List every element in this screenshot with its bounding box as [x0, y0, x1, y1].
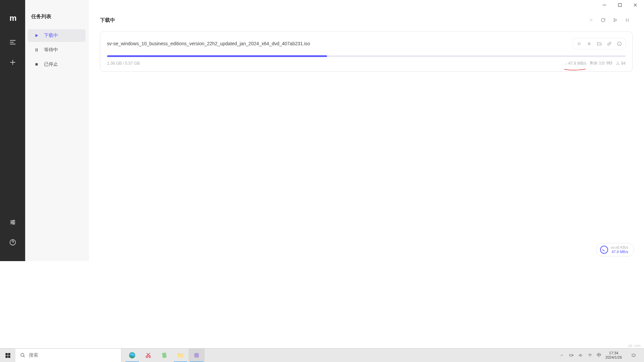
sidebar-item-stopped[interactable]: 已停止 — [28, 58, 86, 71]
tray-battery-icon[interactable] — [569, 353, 574, 358]
tray-chevron-up-icon[interactable] — [559, 353, 565, 358]
icon-sidebar: m — [0, 0, 25, 261]
tray-time: 17:34 — [609, 351, 619, 355]
svg-point-16 — [146, 356, 148, 358]
menu-toggle-icon[interactable] — [6, 36, 19, 49]
category-sidebar: 任务列表 下载中 等待中 已停止 — [25, 0, 89, 261]
app-window: m 任务列表 下载中 等待中 — [0, 0, 644, 261]
svg-point-1 — [11, 222, 12, 223]
max-label: MAX — [611, 246, 618, 249]
svg-rect-22 — [573, 355, 573, 356]
sidebar-title: 任务列表 — [25, 13, 88, 29]
taskbar-app-edge[interactable] — [124, 349, 140, 362]
open-folder-button[interactable] — [594, 39, 604, 48]
sidebar-item-downloading[interactable]: 下载中 — [28, 29, 86, 42]
add-task-icon[interactable] — [6, 56, 19, 69]
svg-point-14 — [21, 353, 24, 356]
tray-notifications-icon[interactable] — [626, 349, 641, 362]
tray-date: 2024/1/26 — [605, 355, 622, 360]
sidebar-item-label: 下载中 — [44, 33, 58, 39]
main-area: 下载中 sv-se_windows_10_business_editions_v… — [89, 0, 644, 261]
taskbar-app-motrix[interactable] — [189, 349, 205, 362]
gauge-icon — [600, 246, 608, 254]
windows-taskbar: 搜索 中 17:34 2024/1/26 — [0, 348, 644, 362]
start-button[interactable] — [0, 349, 15, 362]
svg-point-0 — [13, 220, 14, 222]
svg-rect-19 — [178, 354, 183, 357]
taskbar-app-snip[interactable] — [140, 349, 156, 362]
delete-all-button[interactable] — [586, 15, 596, 25]
svg-rect-18 — [162, 353, 167, 358]
svg-rect-23 — [632, 354, 635, 356]
pause-all-button[interactable] — [622, 15, 633, 25]
resume-all-button[interactable] — [610, 15, 621, 25]
info-button[interactable] — [614, 39, 624, 48]
taskbar-app-explorer[interactable] — [172, 349, 189, 362]
download-actions — [573, 38, 626, 49]
taskbar-app-notes[interactable] — [156, 349, 172, 362]
close-button[interactable] — [629, 2, 641, 8]
download-size-text: 2.36 GB / 5.57 GB — [107, 61, 140, 66]
svg-rect-4 — [36, 63, 38, 66]
tray-wifi-icon[interactable] — [587, 353, 593, 358]
download-filename: sv-se_windows_10_business_editions_versi… — [107, 41, 310, 46]
tray-volume-icon[interactable] — [578, 353, 583, 358]
tray-clock[interactable]: 17:34 2024/1/26 — [605, 351, 622, 360]
svg-point-7 — [618, 62, 618, 62]
pause-icon — [34, 48, 39, 52]
svg-rect-10 — [5, 353, 7, 355]
help-icon[interactable] — [6, 236, 19, 249]
svg-rect-11 — [8, 353, 10, 355]
download-card[interactable]: sv-se_windows_10_business_editions_versi… — [100, 32, 633, 72]
page-title: 下载中 — [100, 17, 115, 23]
cancel-download-button[interactable] — [584, 39, 594, 48]
annotation-underline — [564, 67, 586, 69]
sidebar-item-waiting[interactable]: 等待中 — [28, 44, 86, 56]
copy-link-button[interactable] — [604, 39, 614, 48]
settings-icon[interactable] — [6, 216, 19, 229]
progress-bar — [107, 55, 626, 57]
download-remaining: 剩余 1分 9秒 — [590, 60, 612, 66]
taskbar-search[interactable]: 搜索 — [15, 349, 121, 362]
sidebar-item-label: 已停止 — [44, 61, 58, 67]
svg-rect-12 — [5, 356, 7, 358]
watermark: yfz .com — [628, 344, 641, 348]
search-icon — [20, 353, 25, 358]
maximize-button[interactable] — [614, 2, 626, 8]
tray-ime[interactable]: 中 — [597, 352, 601, 358]
svg-point-2 — [13, 223, 14, 225]
download-speed-total: 47.8 MB/s — [611, 250, 628, 254]
upload-speed: 0 KB/s — [618, 245, 628, 250]
svg-rect-21 — [570, 355, 573, 356]
svg-rect-5 — [619, 4, 622, 7]
svg-point-17 — [149, 356, 151, 358]
stop-icon — [34, 62, 39, 67]
refresh-button[interactable] — [598, 15, 608, 25]
pause-download-button[interactable] — [574, 39, 584, 48]
progress-fill — [107, 55, 327, 57]
download-connections: 64 — [616, 61, 626, 66]
download-speed: ↓ 47.8 MB/s — [565, 61, 586, 66]
window-controls — [598, 2, 641, 8]
svg-rect-20 — [194, 353, 199, 357]
svg-rect-13 — [8, 356, 10, 358]
search-placeholder: 搜索 — [29, 352, 38, 358]
app-logo: m — [9, 13, 15, 23]
minimize-button[interactable] — [598, 2, 610, 8]
play-icon — [34, 33, 39, 38]
sidebar-item-label: 等待中 — [44, 47, 58, 53]
speed-badge[interactable]: MAX 0 KB/s 47.8 MB/s — [596, 243, 634, 256]
